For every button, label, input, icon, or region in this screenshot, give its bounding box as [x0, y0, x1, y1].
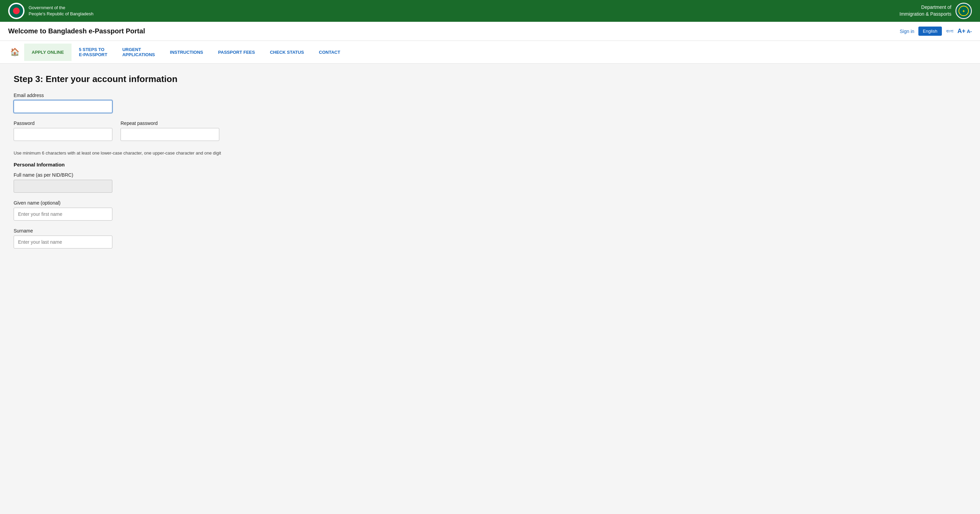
second-header: Welcome to Bangladesh e-Passport Portal …: [0, 22, 980, 41]
font-increase-button[interactable]: A+: [958, 28, 966, 35]
nav-apply-online[interactable]: APPLY ONLINE: [24, 44, 72, 61]
email-input[interactable]: [14, 100, 112, 113]
sign-in-link[interactable]: Sign in: [900, 29, 914, 34]
password-label: Password: [14, 121, 112, 126]
nav-5-steps[interactable]: 5 STEPS TOe-PASSPORT: [72, 41, 115, 63]
given-name-label: Given name (optional): [14, 200, 293, 206]
repeat-password-group: Repeat password: [121, 121, 219, 141]
nav-instructions[interactable]: INSTRUCTIONS: [162, 44, 211, 61]
repeat-password-label: Repeat password: [121, 121, 219, 126]
given-name-group: Given name (optional): [14, 200, 293, 221]
full-name-label: Full name (as per NID/BRC): [14, 172, 293, 178]
password-group: Password: [14, 121, 112, 141]
top-header: Government of the People's Republic of B…: [0, 0, 980, 22]
surname-label: Surname: [14, 228, 293, 233]
password-row: Password Repeat password: [14, 121, 293, 148]
full-name-group: Full name (as per NID/BRC): [14, 172, 293, 193]
svg-point-2: [14, 8, 19, 13]
password-input[interactable]: [14, 128, 112, 141]
surname-group: Surname: [14, 228, 293, 249]
surname-input[interactable]: [14, 236, 112, 249]
dept-logo: ✦: [956, 3, 972, 19]
nav-urgent-applications[interactable]: URGENTAPPLICATIONS: [115, 41, 162, 63]
dept-title: Department of Immigration & Passports: [900, 4, 952, 17]
nav-passport-fees[interactable]: PASSPORT FEES: [211, 44, 262, 61]
header-actions: Sign in English বাংলা A+ A-: [900, 27, 972, 36]
full-name-input[interactable]: [14, 180, 112, 193]
english-lang-button[interactable]: English: [918, 27, 942, 36]
nav-check-status[interactable]: CHECK STATUS: [262, 44, 312, 61]
email-group: Email address: [14, 93, 293, 113]
home-button[interactable]: 🏠: [5, 42, 24, 62]
font-size-controls: A+ A-: [958, 28, 972, 35]
main-content: Step 3: Enter your account information E…: [0, 63, 307, 266]
password-hint: Use minimum 6 characters with at least o…: [14, 151, 245, 155]
svg-text:✦: ✦: [962, 9, 966, 14]
nav-contact[interactable]: CONTACT: [312, 44, 348, 61]
gov-title: Government of the People's Republic of B…: [29, 5, 93, 17]
email-label: Email address: [14, 93, 293, 98]
gov-branding: Government of the People's Republic of B…: [8, 3, 93, 19]
personal-info-label: Personal Information: [14, 162, 293, 168]
dept-branding: Department of Immigration & Passports ✦: [900, 3, 972, 19]
repeat-password-input[interactable]: [121, 128, 219, 141]
nav-bar: 🏠 APPLY ONLINE 5 STEPS TOe-PASSPORT URGE…: [0, 41, 980, 63]
portal-title: Welcome to Bangladesh e-Passport Portal: [8, 27, 145, 35]
gov-logo: [8, 3, 24, 19]
given-name-input[interactable]: [14, 208, 112, 221]
step-title: Step 3: Enter your account information: [14, 74, 293, 84]
font-decrease-button[interactable]: A-: [967, 29, 972, 34]
bangla-lang-button[interactable]: বাংলা: [946, 29, 953, 34]
